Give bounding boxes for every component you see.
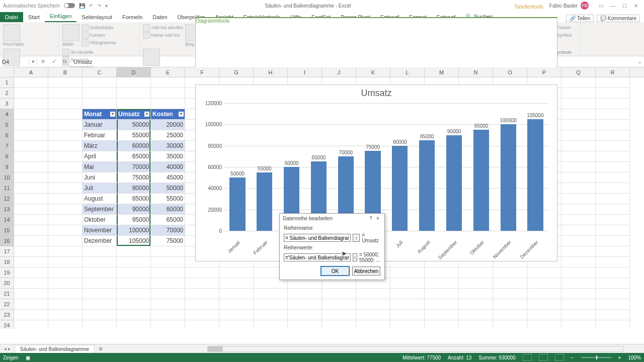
row-header[interactable]: 19 xyxy=(0,267,14,278)
cell[interactable] xyxy=(356,289,390,299)
cell[interactable] xyxy=(219,310,254,320)
col-header[interactable]: M xyxy=(425,67,459,77)
cell[interactable] xyxy=(596,320,630,329)
cell[interactable] xyxy=(151,88,185,99)
cell[interactable] xyxy=(527,267,561,278)
cell[interactable] xyxy=(48,151,83,162)
redo-icon[interactable]: ↷ xyxy=(97,3,101,9)
cell[interactable] xyxy=(117,310,151,320)
cell[interactable] xyxy=(48,162,83,172)
cell[interactable] xyxy=(83,246,117,257)
cell[interactable] xyxy=(596,183,630,194)
cell[interactable] xyxy=(596,236,630,246)
col-header[interactable]: A xyxy=(14,67,48,77)
col-header[interactable]: R xyxy=(596,67,630,77)
cell[interactable] xyxy=(14,151,48,162)
cell[interactable] xyxy=(425,310,459,320)
row-header[interactable]: 21 xyxy=(0,289,14,299)
cell[interactable] xyxy=(425,267,459,278)
cell[interactable]: 85000 xyxy=(117,194,151,204)
add-sheet-icon[interactable]: ⊕ xyxy=(95,346,107,351)
cell[interactable] xyxy=(83,257,117,267)
cell[interactable]: 105000 xyxy=(117,236,151,246)
cell[interactable]: 65000 xyxy=(151,215,185,225)
cell[interactable] xyxy=(14,99,48,109)
my-addins-button[interactable]: Meine Add-Ins xyxy=(143,32,183,39)
chart-bar[interactable] xyxy=(527,119,543,231)
col-header[interactable]: P xyxy=(527,67,561,77)
cell[interactable] xyxy=(561,236,596,246)
cell[interactable] xyxy=(48,246,83,257)
cell[interactable] xyxy=(493,278,527,289)
cell[interactable] xyxy=(459,310,493,320)
row-header[interactable]: 20 xyxy=(0,278,14,289)
cell[interactable] xyxy=(493,310,527,320)
row-header[interactable]: 24 xyxy=(0,320,14,329)
col-header[interactable]: I xyxy=(288,67,322,77)
cell[interactable] xyxy=(151,246,185,257)
col-header[interactable]: N xyxy=(459,67,493,77)
cell[interactable] xyxy=(83,299,117,310)
cell[interactable]: 55000 xyxy=(117,130,151,141)
cell[interactable] xyxy=(288,289,322,299)
cell[interactable] xyxy=(83,289,117,299)
cell[interactable] xyxy=(596,204,630,215)
cell[interactable]: 55000 xyxy=(151,194,185,204)
cell[interactable] xyxy=(596,109,630,120)
row-headers[interactable]: 123456789101112131415161718192021222324 xyxy=(0,77,14,329)
cell[interactable] xyxy=(561,162,596,172)
collapse-name-ref-icon[interactable]: ↕ xyxy=(353,234,360,242)
row-header[interactable]: 16 xyxy=(0,236,14,246)
cell[interactable] xyxy=(219,320,254,329)
col-header[interactable]: C xyxy=(83,67,117,77)
cell[interactable]: 100000 xyxy=(117,225,151,236)
horizontal-scrollbar[interactable] xyxy=(207,346,624,352)
cell[interactable]: 30000 xyxy=(151,141,185,151)
row-header[interactable]: 1 xyxy=(0,77,14,88)
cell[interactable] xyxy=(48,172,83,183)
col-header[interactable]: G xyxy=(219,67,254,77)
cell[interactable] xyxy=(117,299,151,310)
chart-title[interactable]: Umsatz xyxy=(196,85,557,100)
cell[interactable]: November xyxy=(83,225,117,236)
online-pictures-button[interactable]: Onlinebilder xyxy=(82,24,116,31)
cell[interactable]: 40000 xyxy=(151,162,185,172)
cell[interactable] xyxy=(596,172,630,183)
cell[interactable] xyxy=(83,278,117,289)
cell[interactable] xyxy=(596,77,630,88)
cell[interactable] xyxy=(83,310,117,320)
cell[interactable]: August xyxy=(83,194,117,204)
cell[interactable] xyxy=(219,278,254,289)
cell[interactable] xyxy=(596,278,630,289)
cell[interactable]: Umsatz xyxy=(117,109,151,120)
cell[interactable] xyxy=(356,299,390,310)
cell[interactable] xyxy=(493,267,527,278)
cell[interactable] xyxy=(356,320,390,329)
chart-bar[interactable] xyxy=(229,177,245,231)
select-all-corner[interactable] xyxy=(0,67,14,77)
row-header[interactable]: 23 xyxy=(0,310,14,320)
cell[interactable] xyxy=(151,310,185,320)
cell[interactable] xyxy=(14,130,48,141)
col-header[interactable]: J xyxy=(322,67,356,77)
cell[interactable] xyxy=(117,88,151,99)
row-header[interactable]: 11 xyxy=(0,183,14,194)
cell[interactable] xyxy=(14,172,48,183)
cell[interactable] xyxy=(561,310,596,320)
cell[interactable] xyxy=(596,99,630,109)
cell[interactable] xyxy=(390,299,425,310)
cell[interactable] xyxy=(14,77,48,88)
column-headers[interactable]: ABCDEFGHIJKLMNOPQR xyxy=(14,67,644,77)
cell[interactable] xyxy=(83,99,117,109)
cell[interactable] xyxy=(14,246,48,257)
cell[interactable] xyxy=(117,246,151,257)
cell[interactable] xyxy=(14,183,48,194)
cell[interactable]: 60000 xyxy=(117,141,151,151)
chart-bar[interactable] xyxy=(473,130,489,231)
chart-bar[interactable] xyxy=(446,135,462,231)
cell[interactable] xyxy=(48,194,83,204)
cell[interactable] xyxy=(425,289,459,299)
cancel-button[interactable]: Abbrechen xyxy=(352,266,380,276)
cell[interactable] xyxy=(561,130,596,141)
chart-bar[interactable] xyxy=(501,124,516,231)
